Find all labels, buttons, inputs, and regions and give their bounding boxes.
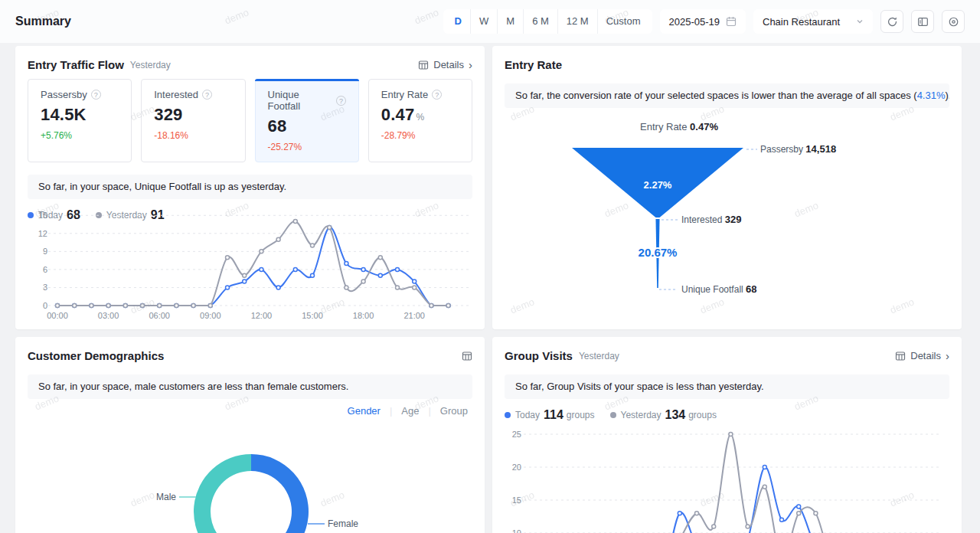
date-picker[interactable]: 2025-05-19 (660, 9, 746, 34)
average-rate-value: 4.31% (917, 90, 946, 101)
target-icon (948, 16, 959, 28)
group-visits-title: Group Visits (505, 349, 573, 362)
svg-text:06:00: 06:00 (149, 311, 170, 320)
help-icon[interactable]: ? (336, 96, 346, 106)
svg-text:20: 20 (512, 463, 521, 472)
svg-text:12: 12 (38, 229, 47, 238)
date-value: 2025-05-19 (669, 16, 720, 28)
card-value: 68 (268, 116, 287, 136)
svg-text:09:00: 09:00 (200, 311, 221, 320)
svg-text:Female: Female (328, 518, 358, 529)
entry-traffic-insight: So far, in your space, Unique Footfall i… (28, 175, 472, 199)
metric-cards: Passersby? 14.5K +5.76% Interested? 329 … (28, 79, 472, 162)
svg-text:Unique Footfall 68: Unique Footfall 68 (681, 283, 757, 295)
demographics-title: Customer Demographics (28, 349, 164, 362)
entry-traffic-details-link[interactable]: Details › (418, 59, 472, 70)
card-passersby[interactable]: Passersby? 14.5K +5.76% (28, 79, 132, 162)
entry-rate-funnel-chart[interactable]: Entry Rate 0.47%2.27%20.67%Passersby 14,… (505, 119, 949, 310)
help-icon[interactable]: ? (432, 90, 442, 100)
svg-text:9: 9 (43, 247, 47, 256)
demographics-insight: So far, in your space, male customers ar… (28, 374, 472, 399)
range-option-custom[interactable]: Custom (597, 9, 649, 34)
card-interested[interactable]: Interested? 329 -18.16% (141, 79, 245, 162)
svg-text:0: 0 (43, 301, 47, 310)
card-label: Entry Rate (381, 89, 428, 100)
table-icon (462, 351, 472, 361)
refresh-icon (887, 16, 898, 28)
page-title: Summary (15, 15, 71, 28)
entry-traffic-title: Entry Traffic Flow (28, 58, 124, 71)
card-unique-footfall[interactable]: Unique Footfall? 68 -25.27% (255, 79, 359, 162)
legend-today[interactable]: Today 114 groups (505, 408, 595, 422)
svg-text:21:00: 21:00 (403, 311, 425, 320)
card-delta: -18.16% (154, 130, 232, 141)
svg-text:03:00: 03:00 (98, 311, 119, 320)
svg-text:25: 25 (512, 430, 521, 439)
details-label: Details (433, 59, 464, 70)
tab-group[interactable]: Group (439, 405, 469, 417)
svg-text:2.27%: 2.27% (644, 179, 672, 191)
card-label: Unique Footfall (268, 89, 333, 112)
panel-customer-demographics: Customer Demographics So far, in your sp… (15, 337, 485, 533)
help-icon[interactable]: ? (91, 90, 101, 100)
svg-text:Passersby 14,518: Passersby 14,518 (760, 143, 836, 155)
svg-text:15:00: 15:00 (302, 311, 323, 320)
header-controls: DWM6 M12 MCustom 2025-05-19 Chain Restau… (443, 9, 965, 34)
table-icon (418, 60, 429, 70)
entry-rate-title: Entry Rate (505, 58, 562, 71)
card-label: Passersby (41, 89, 87, 100)
card-label: Interested (154, 89, 198, 100)
legend-dot (505, 412, 511, 418)
card-delta: -25.27% (268, 142, 346, 152)
compare-button[interactable] (911, 10, 934, 33)
svg-text:Male: Male (156, 492, 176, 502)
tab-gender[interactable]: Gender (346, 405, 382, 417)
entry-rate-insight: So far, the conversion rate of your sele… (505, 83, 949, 108)
gender-donut-chart[interactable]: MaleFemale (28, 426, 473, 533)
tab-separator: | (428, 405, 430, 417)
svg-text:15: 15 (38, 211, 47, 220)
card-delta: +5.76% (41, 130, 119, 141)
group-visits-legend: Today 114 groups Yesterday 134 groups (505, 408, 949, 422)
top-bar: Summary DWM6 M12 MCustom 2025-05-19 Chai… (0, 0, 980, 43)
panel-entry-traffic-flow: Entry Traffic Flow Yesterday Details › P… (15, 46, 485, 329)
card-entry-rate[interactable]: Entry Rate? 0.47% -28.79% (368, 79, 472, 162)
help-icon[interactable]: ? (202, 90, 212, 100)
demographics-table-button[interactable] (462, 351, 472, 361)
panel-group-visits: Group Visits Yesterday Details › So far,… (492, 337, 962, 533)
range-option-6m[interactable]: 6 M (523, 9, 557, 34)
date-range-switcher[interactable]: DWM6 M12 MCustom (443, 9, 652, 34)
range-option-12m[interactable]: 12 M (557, 9, 597, 34)
svg-text:15: 15 (512, 495, 521, 505)
svg-text:Entry Rate 0.47%: Entry Rate 0.47% (640, 121, 718, 132)
target-button[interactable] (942, 10, 965, 33)
legend-yesterday[interactable]: Yesterday 134 groups (610, 408, 717, 422)
card-delta: -28.79% (381, 130, 459, 141)
svg-text:18:00: 18:00 (353, 311, 374, 320)
group-visits-line-chart[interactable]: 051015202500:0003:0006:0009:0012:0015:00… (505, 429, 949, 533)
chevron-right-icon: › (469, 59, 472, 70)
table-icon (895, 351, 906, 361)
svg-text:10: 10 (512, 528, 521, 533)
group-visits-subtitle: Yesterday (579, 351, 619, 361)
legend-dot (610, 412, 616, 418)
tab-age[interactable]: Age (400, 405, 420, 417)
entry-traffic-subtitle: Yesterday (130, 60, 171, 70)
calendar-icon (726, 16, 737, 27)
svg-text:20.67%: 20.67% (639, 246, 678, 259)
svg-text:Interested 329: Interested 329 (681, 214, 741, 225)
details-label: Details (910, 350, 941, 361)
range-option-d[interactable]: D (446, 9, 470, 34)
svg-text:00:00: 00:00 (47, 311, 68, 320)
card-value: 0.47 (381, 105, 415, 124)
tab-separator: | (390, 405, 392, 417)
group-visits-details-link[interactable]: Details › (895, 350, 949, 361)
range-option-w[interactable]: W (470, 9, 497, 34)
refresh-button[interactable] (880, 10, 903, 33)
entry-traffic-line-chart[interactable]: 0369121500:0003:0006:0009:0012:0015:0018… (28, 208, 473, 325)
range-option-m[interactable]: M (497, 9, 523, 34)
svg-text:3: 3 (43, 283, 47, 292)
space-selector[interactable]: Chain Restaurant (753, 9, 873, 34)
panel-entry-rate: Entry Rate So far, the conversion rate o… (492, 46, 962, 329)
space-selector-value: Chain Restaurant (763, 16, 840, 28)
